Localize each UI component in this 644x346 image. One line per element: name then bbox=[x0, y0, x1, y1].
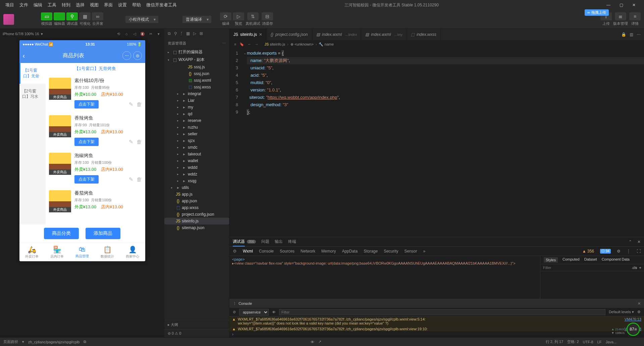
tree-wallet[interactable]: ▸▸wallet bbox=[164, 157, 229, 164]
delete-icon[interactable]: 🗑 bbox=[137, 101, 142, 108]
tb-预览[interactable]: ▷预览 bbox=[233, 12, 244, 26]
menu-settings[interactable]: 设置 bbox=[115, 2, 129, 8]
compdata-tab[interactable]: Component Data bbox=[602, 257, 630, 263]
editor-tab[interactable]: ▤index.wxml...\index bbox=[312, 29, 361, 40]
tree-app.js[interactable]: JSapp.js bbox=[164, 191, 229, 198]
tree-wddz[interactable]: ▸▸wddz bbox=[164, 171, 229, 178]
panel-appdata[interactable]: AppData bbox=[342, 249, 358, 254]
con-eye-icon[interactable]: 👁 bbox=[272, 310, 276, 314]
context-select[interactable]: appservice bbox=[239, 309, 269, 316]
wxml-pane[interactable]: <page> ▸<view class="navbar flex-row" st… bbox=[229, 256, 540, 299]
unlist-button[interactable]: 点击下架 bbox=[74, 138, 99, 146]
eol[interactable]: LF bbox=[597, 340, 602, 344]
tab-split-icon[interactable]: ▥ bbox=[630, 32, 633, 37]
panel-sensor[interactable]: Sensor bbox=[405, 249, 417, 254]
tb-可视化[interactable]: ▦可视化 bbox=[79, 12, 91, 26]
info-count[interactable]: ⓘ 94 bbox=[600, 249, 611, 254]
tb-真机调试[interactable]: ⇅真机调试 bbox=[246, 12, 260, 26]
encoding[interactable]: UTF-8 bbox=[583, 340, 593, 344]
panel-storage[interactable]: Storage bbox=[364, 249, 378, 254]
eye-icon[interactable]: 👁 bbox=[311, 340, 314, 344]
console-toggle-icon[interactable]: ⋮ bbox=[233, 301, 236, 306]
upload-hint[interactable]: 拖拽上传 bbox=[585, 9, 609, 16]
tree-Liar[interactable]: ▸▸Liar bbox=[164, 97, 229, 104]
unlist-button[interactable]: 点击下架 bbox=[74, 100, 99, 109]
tree-ruzhu[interactable]: ▸▸ruzhu bbox=[164, 124, 229, 131]
tabbar-外卖订单[interactable]: 🛵外卖订单 bbox=[19, 243, 45, 261]
mute-icon[interactable]: 🔇 bbox=[140, 32, 146, 36]
pagepath-value[interactable]: zh_cjdianc/pages/sjzx/spgl/cplb bbox=[28, 340, 79, 344]
tree-seller[interactable]: ▸▸seller bbox=[164, 131, 229, 137]
console-warning[interactable]: ▲WXMLRT_$7a685f636a6469616e632f706167657… bbox=[229, 317, 644, 326]
menu-ui[interactable]: 界面 bbox=[101, 2, 115, 8]
category-item[interactable]: 【2号窗口】习水 bbox=[19, 84, 46, 105]
avatar[interactable] bbox=[3, 14, 14, 25]
ed-back-icon[interactable]: ← bbox=[248, 42, 251, 46]
tree-WXAPP - 副本[interactable]: ▾⬚WXAPP - 副本 bbox=[164, 56, 229, 64]
tb-云开发[interactable]: ∞云开发 bbox=[92, 12, 103, 26]
add-product-button[interactable]: 添加商品 bbox=[86, 228, 120, 239]
tb-清缓存[interactable]: ⊟清缓存 bbox=[262, 12, 273, 26]
con-gear-icon[interactable]: ⚙ bbox=[637, 310, 641, 314]
levels-select[interactable]: Default levels ▾ bbox=[609, 310, 634, 314]
home-icon[interactable]: ⌂ bbox=[123, 32, 129, 36]
mode-select[interactable]: 小程序模式 bbox=[125, 16, 158, 23]
explorer-bug-icon[interactable]: ⊞ bbox=[200, 31, 203, 36]
ed-bookmark-icon[interactable]: 🔖 bbox=[239, 42, 244, 47]
maximize-icon[interactable]: ▢ bbox=[616, 3, 626, 7]
panel-console[interactable]: Console bbox=[259, 249, 274, 254]
console-prompt[interactable]: › bbox=[229, 331, 644, 337]
tabbar-商品管理[interactable]: 🛍商品管理 bbox=[70, 243, 95, 261]
tabbar-店内订单[interactable]: 🏪店内订单 bbox=[45, 243, 70, 261]
tree-siteinfo.js[interactable]: JSsiteinfo.js bbox=[164, 218, 229, 224]
capsule-menu-icon[interactable]: ⋯ bbox=[122, 51, 131, 60]
menu-project[interactable]: 项目 bbox=[3, 2, 17, 8]
devtab-problems[interactable]: 问题 bbox=[261, 239, 269, 245]
editor-tab[interactable]: JSsiteinfo.js✕ bbox=[229, 29, 267, 40]
lang[interactable]: Java... bbox=[606, 340, 616, 344]
dt-menu-icon[interactable]: ⋮ bbox=[627, 249, 631, 254]
compile-select[interactable]: 普通编译 bbox=[182, 16, 211, 23]
menu-wechat[interactable]: 微信开发者工具 bbox=[144, 2, 179, 8]
con-clear-icon[interactable]: ⊘ bbox=[233, 310, 236, 314]
tb-编辑器[interactable]: 编辑器 bbox=[54, 12, 65, 26]
devtab-output[interactable]: 输出 bbox=[275, 239, 283, 245]
styles-tab[interactable]: Styles bbox=[544, 257, 558, 263]
tree-app.json[interactable]: {}app.json bbox=[164, 198, 229, 204]
explorer-more-icon[interactable]: ⋯ bbox=[222, 41, 226, 46]
tree-打开的编辑器[interactable]: ▸⬚打开的编辑器 bbox=[164, 48, 229, 56]
console-close-icon[interactable]: ✕ bbox=[638, 301, 641, 306]
devtab-debugger[interactable]: 调试器 bbox=[233, 239, 245, 247]
copy-path-icon[interactable]: ⧉ bbox=[84, 340, 86, 344]
menu-edit[interactable]: 编辑 bbox=[31, 2, 45, 8]
tree-qd[interactable]: ▸▸qd bbox=[164, 111, 229, 117]
tree-takeout[interactable]: ▸▸takeout bbox=[164, 151, 229, 157]
tree-smdc[interactable]: ▸▸smdc bbox=[164, 144, 229, 151]
tb-调试器[interactable]: ⚲调试器 bbox=[66, 12, 78, 26]
panel-security[interactable]: Security bbox=[384, 249, 398, 254]
code-editor[interactable]: 1⌄module.exports = {2 name: "大鹏资源网",3 un… bbox=[229, 48, 644, 237]
delete-icon[interactable]: 🗑 bbox=[137, 139, 142, 145]
tree-sssj.wxss[interactable]: ⬚sssj.wxss bbox=[164, 84, 229, 90]
tb-版本管理[interactable]: ≣版本管理 bbox=[613, 12, 628, 26]
minimize-icon[interactable]: — bbox=[604, 3, 613, 7]
add-style-icon[interactable]: + bbox=[639, 266, 641, 270]
category-item[interactable]: 【1号窗口】无骨 bbox=[19, 63, 46, 84]
dataset-tab[interactable]: Dataset bbox=[584, 257, 597, 263]
menu-goto[interactable]: 转到 bbox=[59, 2, 73, 8]
tab-lock-icon[interactable]: 🔒 bbox=[621, 32, 626, 37]
explorer-ext-icon[interactable]: ▦ bbox=[186, 31, 190, 36]
warn-count[interactable]: ▲ 356 bbox=[582, 249, 594, 254]
category-button[interactable]: 商品分类 bbox=[44, 228, 79, 239]
ed-list-icon[interactable]: ≡ bbox=[234, 42, 236, 46]
problems-count[interactable]: ⊘ 0 ⚠ 0 bbox=[168, 331, 181, 336]
ed-fwd-icon[interactable]: → bbox=[255, 42, 258, 46]
panel-memory[interactable]: Memory bbox=[321, 249, 336, 254]
explorer-files-icon[interactable]: ⧉ bbox=[168, 31, 171, 36]
edit-icon[interactable]: ✎ bbox=[129, 101, 133, 108]
capsule-close-icon[interactable]: ◎ bbox=[133, 51, 142, 60]
explorer-branch-icon[interactable]: ᚶ bbox=[180, 31, 183, 36]
delete-icon[interactable]: 🗑 bbox=[137, 177, 142, 183]
tree-sjzx[interactable]: ▸▸sjzx bbox=[164, 137, 229, 144]
breadcrumb[interactable]: ≡ 🔖 ← → JS siteinfo.js› ⊕ <unknown>› 🔧 n… bbox=[229, 40, 644, 48]
